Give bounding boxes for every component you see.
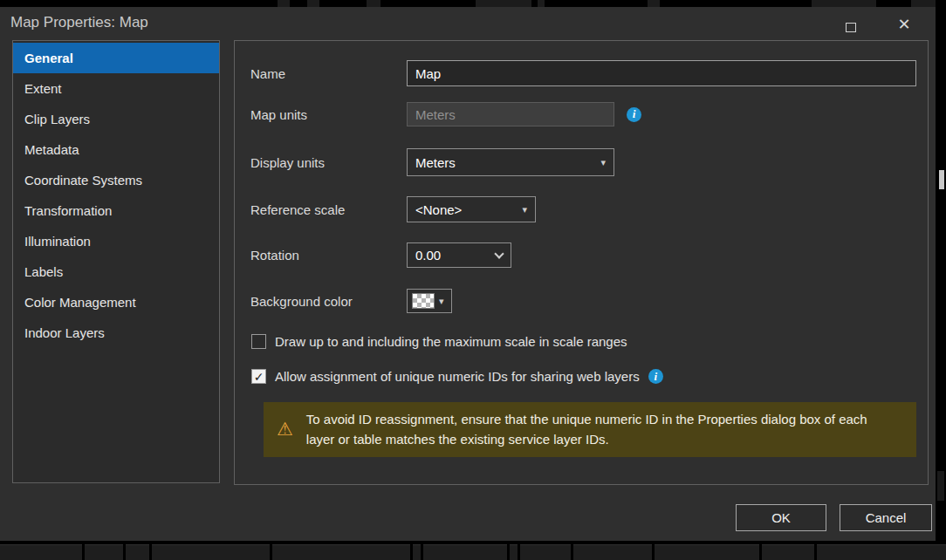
map-units-value: Meters [415,107,456,122]
sidebar-item-transformation[interactable]: Transformation [13,195,219,226]
unique-ids-row: ✓ Allow assignment of unique numeric IDs… [251,369,663,384]
reference-scale-row: Reference scale <None> ▾ [250,196,536,222]
background-fragment [126,544,149,560]
background-fragment [272,544,410,560]
map-units-row: Map units Meters i [250,102,641,126]
background-fragment [476,0,531,7]
close-icon: ✕ [897,15,910,34]
chevron-down-icon [494,249,504,258]
map-units-input: Meters [407,102,614,126]
display-units-value: Meters [415,155,456,170]
dialog-title: Map Properties: Map [10,14,148,31]
unique-ids-label: Allow assignment of unique numeric IDs f… [275,369,640,384]
background-color-picker[interactable]: ▾ [407,289,452,313]
chevron-down-icon: ▾ [439,296,444,307]
id-reassignment-warning: ⚠ To avoid ID reassignment, ensure that … [264,402,916,457]
background-fragment [655,544,759,560]
sidebar-item-indoor-layers[interactable]: Indoor Layers [13,318,219,348]
background-fragment [278,0,290,7]
background-fragment [762,544,814,560]
background-fragment [152,544,270,560]
sidebar-item-extent[interactable]: Extent [13,73,219,104]
background-bottom-strip [0,543,946,560]
background-fragment [911,0,936,7]
background-fragment [520,544,571,560]
background-fragment [817,544,946,560]
background-fragment [413,544,421,560]
warning-text: To avoid ID reassignment, ensure that th… [306,409,899,450]
map-properties-dialog: Map Properties: Map ✕ General Extent Cli… [0,7,936,541]
close-button[interactable]: ✕ [892,14,916,35]
chevron-down-icon: ▾ [522,204,527,215]
maximize-icon [846,23,856,32]
background-color-row: Background color ▾ [250,289,452,313]
background-fragment [307,0,319,7]
background-color-label: Background color [250,294,407,309]
map-units-label: Map units [250,107,407,122]
name-row: Name Map [250,60,916,86]
sidebar-item-general[interactable]: General [13,43,219,73]
reference-scale-label: Reference scale [250,202,407,217]
background-top-strip [0,0,946,7]
sidebar-item-color-management[interactable]: Color Management [13,287,219,318]
draw-max-scale-label: Draw up to and including the maximum sca… [275,334,627,349]
sidebar-item-clip-layers[interactable]: Clip Layers [13,104,219,134]
settings-sidebar: General Extent Clip Layers Metadata Coor… [12,40,220,483]
rotation-row: Rotation 0.00 [250,242,511,268]
maximize-button[interactable] [840,19,862,35]
reference-scale-dropdown[interactable]: <None> ▾ [407,196,536,222]
sidebar-item-labels[interactable]: Labels [13,256,219,287]
general-settings-panel: Name Map Map units Meters i Display unit… [234,40,929,485]
sidebar-item-coordinate-systems[interactable]: Coordinate Systems [13,165,219,195]
name-input[interactable]: Map [407,60,916,86]
warning-icon: ⚠ [277,419,293,440]
background-fragment [648,0,660,7]
draw-max-scale-row: ✓ Draw up to and including the maximum s… [251,334,627,349]
background-fragment [538,0,545,7]
name-label: Name [250,66,407,81]
rotation-value: 0.00 [415,248,441,263]
background-scrollbar-fragment [939,170,944,189]
draw-max-scale-checkbox[interactable]: ✓ [251,334,266,349]
display-units-row: Display units Meters ▾ [250,148,614,176]
rotation-label: Rotation [250,248,407,263]
background-fragment [937,471,944,501]
map-units-info-icon[interactable]: i [627,107,641,122]
background-fragment [812,0,876,7]
background-fragment [0,544,82,560]
cancel-button[interactable]: Cancel [840,504,932,531]
display-units-label: Display units [250,155,407,170]
check-icon: ✓ [254,370,264,384]
unique-ids-checkbox[interactable]: ✓ [251,369,266,384]
display-units-dropdown[interactable]: Meters ▾ [407,148,614,176]
ok-button[interactable]: OK [736,504,826,531]
chevron-down-icon: ▾ [600,157,606,168]
reference-scale-value: <None> [415,202,462,217]
background-fragment [367,0,380,7]
background-fragment [85,544,123,560]
unique-ids-info-icon[interactable]: i [648,369,663,384]
background-right-strip [936,0,946,560]
transparent-color-swatch [412,293,435,309]
dialog-titlebar: Map Properties: Map ✕ [0,7,936,40]
sidebar-item-illumination[interactable]: Illumination [13,226,219,256]
background-fragment [423,544,507,560]
background-fragment [573,544,652,560]
rotation-combobox[interactable]: 0.00 [407,242,511,268]
background-fragment [510,544,518,560]
sidebar-item-metadata[interactable]: Metadata [13,134,219,165]
name-value: Map [415,66,441,81]
